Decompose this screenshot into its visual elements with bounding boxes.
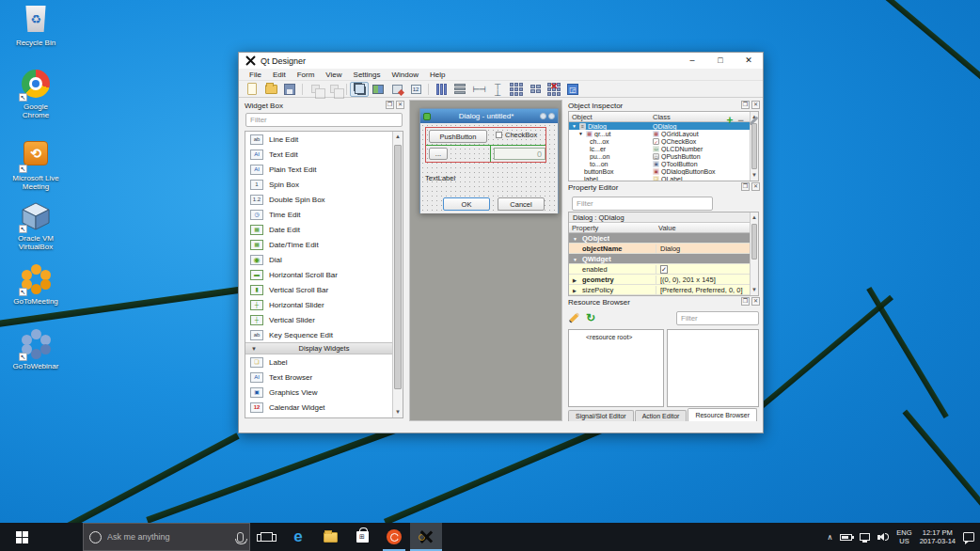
menu-help[interactable]: Help	[424, 71, 450, 79]
scroll-down-icon[interactable]: ▼	[393, 407, 403, 417]
edit-buddies-button[interactable]	[387, 82, 406, 97]
new-form-button[interactable]	[243, 82, 261, 97]
group-row-qwidget[interactable]: ▼QWidget	[569, 254, 758, 264]
scroll-up-icon[interactable]: ▲	[751, 213, 758, 223]
widget-item-graphics-view[interactable]: ▣Graphics View	[245, 385, 403, 400]
property-row-sizepolicy[interactable]: ▶sizePolicy [Preferred, Preferred, 0, 0]	[569, 285, 758, 295]
widget-item-label[interactable]: ❏Label	[245, 354, 403, 370]
reload-icon[interactable]: ↻	[586, 313, 595, 323]
desktop-icon-recycle-bin[interactable]: ♻ Recycle Bin	[6, 6, 66, 47]
remove-property-icon[interactable]: −	[738, 115, 744, 126]
property-filter-input[interactable]	[572, 197, 713, 211]
configure-icon[interactable]	[750, 116, 759, 125]
tab-resource-browser[interactable]: Resource Browser	[688, 408, 757, 421]
group-row-qobject[interactable]: ▼QObject	[569, 233, 758, 244]
open-form-button[interactable]	[261, 82, 280, 97]
widget-item-horizontal-slider[interactable]: ┼Horizontal Slider	[245, 297, 403, 312]
form-editor-window[interactable]: Dialog - untitled* PushButton CheckBox .…	[419, 108, 559, 213]
float-dock-icon[interactable]: ❐	[386, 101, 394, 109]
edit-resources-icon[interactable]	[568, 312, 579, 323]
form-close-icon[interactable]	[548, 113, 555, 119]
scrollbar-thumb[interactable]	[751, 224, 757, 260]
widget-item-text-browser[interactable]: AIText Browser	[245, 370, 403, 385]
tray-expand-icon[interactable]: ∧	[828, 533, 833, 542]
widget-item-time-edit[interactable]: ◷Time Edit	[245, 207, 403, 222]
volume-icon[interactable]	[877, 533, 889, 541]
desktop-icon-virtualbox[interactable]: ↖ Oracle VM VirtualBox	[6, 201, 66, 251]
menu-settings[interactable]: Settings	[348, 71, 387, 79]
widget-item-datetime-edit[interactable]: ▦Date/Time Edit	[245, 237, 403, 252]
property-row-objectname[interactable]: objectName Dialog	[569, 244, 758, 254]
layout-grid-button[interactable]	[507, 82, 526, 97]
tree-row-label[interactable]: label ❏QLabel	[569, 175, 758, 181]
form-canvas[interactable]: PushButton CheckBox ... 0 TextLabel OK C…	[420, 123, 558, 213]
layout-vertical-splitter-button[interactable]: ⊢⊣	[488, 82, 507, 97]
action-center-icon[interactable]	[963, 532, 974, 542]
file-explorer-button[interactable]	[314, 523, 346, 551]
layout-form-button[interactable]	[526, 82, 545, 97]
scroll-down-icon[interactable]: ▼	[751, 285, 758, 295]
layout-vertically-button[interactable]	[450, 82, 469, 97]
float-dock-icon[interactable]: ❐	[741, 297, 750, 306]
display-widgets-section[interactable]: ▼Display Widgets	[245, 342, 403, 354]
enabled-checkbox[interactable]: ✓	[660, 265, 668, 274]
close-dock-icon[interactable]: ✕	[396, 101, 404, 109]
value-column-header[interactable]: Value	[656, 224, 758, 232]
form-maximize-icon[interactable]	[540, 113, 546, 119]
edit-tab-order-button[interactable]: 12	[406, 82, 425, 97]
network-icon[interactable]	[860, 533, 870, 541]
clock[interactable]: 12:17 PM 2017-03-14	[920, 528, 956, 545]
language-indicator[interactable]: ENG US	[896, 528, 911, 545]
task-view-button[interactable]	[250, 523, 282, 551]
form-titlebar[interactable]: Dialog - untitled*	[420, 109, 558, 123]
adjust-size-button[interactable]: ◲	[563, 82, 582, 97]
window-titlebar[interactable]: Qt Designer – □ ✕	[239, 53, 763, 69]
minimize-button[interactable]: –	[678, 53, 706, 69]
close-button[interactable]: ✕	[735, 53, 763, 69]
menu-edit[interactable]: Edit	[267, 71, 292, 79]
tree-row-checkbox[interactable]: ch...ox ✓QCheckBox	[569, 137, 758, 145]
tree-row-toolbutton[interactable]: to...on ▣QToolButton	[569, 160, 758, 167]
object-column-header[interactable]: Object	[569, 113, 650, 121]
microphone-icon[interactable]	[237, 532, 244, 543]
menu-form[interactable]: Form	[292, 71, 321, 79]
property-row-geometry[interactable]: ▶geometry [(0, 0), 201 x 145]	[569, 275, 758, 285]
maximize-button[interactable]: □	[706, 53, 735, 69]
form-tool-button[interactable]: ...	[429, 148, 448, 160]
scroll-down-icon[interactable]: ▼	[751, 170, 758, 181]
expander-icon[interactable]: ▼	[578, 131, 584, 136]
battery-icon[interactable]	[840, 534, 852, 541]
widget-item-key-sequence-edit[interactable]: abKey Sequence Edit	[245, 327, 403, 342]
menu-file[interactable]: File	[244, 71, 267, 79]
scroll-up-icon[interactable]: ▲	[393, 132, 403, 142]
form-cancel-button[interactable]: Cancel	[498, 197, 545, 211]
widget-item-line-edit[interactable]: abLine Edit	[245, 132, 403, 147]
tree-row-buttonbox[interactable]: buttonBox ▣QDialogButtonBox	[569, 167, 758, 175]
widget-item-date-edit[interactable]: ▦Date Edit	[245, 222, 403, 237]
property-editor-scrollbar[interactable]: ▲ ▼	[750, 213, 758, 295]
resource-root-item[interactable]: <resource root>	[569, 330, 663, 340]
scrollbar-thumb[interactable]	[751, 123, 757, 169]
break-layout-button[interactable]	[545, 82, 563, 97]
layout-horizontally-button[interactable]	[432, 82, 450, 97]
expander-icon[interactable]: ▼	[572, 123, 577, 129]
desktop-icon-live-meeting[interactable]: ⟲ ↖ Microsoft Live Meeting	[6, 139, 66, 191]
widget-item-text-edit[interactable]: AIText Edit	[245, 147, 403, 162]
form-lcd-number[interactable]: 0	[494, 148, 545, 160]
grid-layout-frame[interactable]: PushButton CheckBox ... 0	[425, 127, 546, 163]
paste-button[interactable]	[324, 82, 343, 97]
resource-content-pane[interactable]	[667, 329, 759, 407]
widget-item-vertical-slider[interactable]: ┼Vertical Slider	[245, 312, 403, 327]
widget-box-filter-input[interactable]	[245, 113, 403, 127]
copy-button[interactable]	[306, 82, 324, 97]
widget-item-horizontal-scroll-bar[interactable]: ▬Horizontal Scroll Bar	[245, 267, 403, 282]
widget-item-spin-box[interactable]: 1Spin Box	[245, 177, 403, 192]
tree-row-pushbutton[interactable]: pu...on ▭QPushButton	[569, 152, 758, 160]
form-ok-button[interactable]: OK	[443, 197, 490, 211]
menu-window[interactable]: Window	[386, 71, 423, 79]
edit-signals-slots-button[interactable]	[369, 82, 387, 97]
ubuntu-app-button[interactable]	[378, 523, 410, 551]
scrollbar-thumb[interactable]	[394, 145, 402, 389]
widget-item-plain-text-edit[interactable]: AIPlain Text Edit	[245, 162, 403, 177]
add-property-icon[interactable]: +	[727, 114, 734, 127]
